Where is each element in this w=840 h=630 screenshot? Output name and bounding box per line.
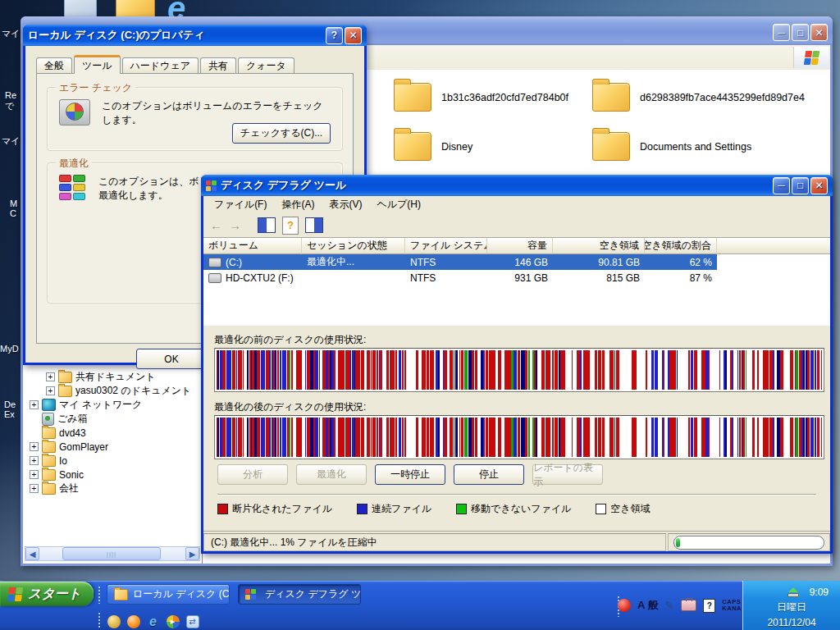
media-player-icon[interactable]: ▶ xyxy=(166,614,180,628)
ime-help-icon[interactable]: ? xyxy=(703,599,715,613)
defrag-titlebar[interactable]: ディスク デフラグ ツール ─ □ ✕ xyxy=(201,175,833,196)
ime-mode-indicator[interactable]: A 般 xyxy=(637,598,659,613)
legend-item: 移動できないファイル xyxy=(456,502,571,516)
tree-item-yasu0302 のドキュメント[interactable]: +yasu0302 のドキュメント xyxy=(23,384,202,398)
taskbar-task-0[interactable]: ローカル ディスク (C:) xyxy=(107,584,230,605)
analysis-view-icon[interactable] xyxy=(258,217,276,233)
ok-button[interactable]: OK xyxy=(136,349,207,369)
file-item[interactable]: Disney xyxy=(394,132,472,161)
volume-cell: 146 GB xyxy=(487,257,553,268)
start-button[interactable]: スタート xyxy=(0,582,94,606)
expand-icon[interactable]: + xyxy=(30,456,39,465)
volume-list-header: ボリュームセッションの状態ファイル システム容量空き領域空き領域の割合 xyxy=(203,238,830,254)
volume-row[interactable]: (C:)最適化中...NTFS146 GB90.81 GB62 % xyxy=(203,254,717,270)
expand-icon[interactable]: + xyxy=(30,470,39,479)
gom-player-icon[interactable] xyxy=(126,614,140,628)
expand-icon[interactable]: + xyxy=(30,400,39,409)
paint-icon[interactable] xyxy=(107,614,121,628)
scroll-left-icon[interactable]: ◀ xyxy=(25,547,39,560)
dialog-titlebar[interactable]: ローカル ディスク (C:)のプロパティ ? ✕ xyxy=(23,25,367,46)
volume-row[interactable]: HD-CXTU2 (F:)NTFS931 GB815 GB87 % xyxy=(203,270,717,285)
legend-item: 連続ファイル xyxy=(357,502,431,516)
legend-swatch xyxy=(217,504,228,514)
menu-item-2[interactable]: 表示(V) xyxy=(322,196,369,213)
windows-logo-icon xyxy=(793,47,829,68)
clock-day: 日曜日 xyxy=(743,598,840,614)
tree-item-マイ ネットワーク[interactable]: +マイ ネットワーク xyxy=(23,398,202,412)
divider xyxy=(217,494,816,495)
column-header[interactable]: セッションの状態 xyxy=(302,238,405,254)
column-header[interactable]: 空き領域 xyxy=(553,238,645,254)
tree-item-会社[interactable]: +会社 xyxy=(23,482,202,495)
desktop-icon-label: MyD xyxy=(0,344,19,354)
column-header[interactable]: ファイル システム xyxy=(405,238,487,254)
expand-icon[interactable]: + xyxy=(30,442,39,451)
scroll-right-icon[interactable]: ▶ xyxy=(185,547,199,560)
expand-icon[interactable]: + xyxy=(30,484,39,493)
desktop-icon-label: Ex xyxy=(4,409,15,419)
outlook-express-icon[interactable]: ⇄ xyxy=(185,614,199,628)
menu-item-1[interactable]: 操作(A) xyxy=(274,196,322,213)
tree-item-Io[interactable]: +Io xyxy=(23,454,202,468)
clock-area[interactable]: 9:09 日曜日 2011/12/04 xyxy=(742,581,840,630)
scrollbar-thumb[interactable]: |||| xyxy=(62,547,161,560)
column-header[interactable]: 容量 xyxy=(487,238,553,254)
view-report-icon[interactable]: ? xyxy=(282,217,299,235)
tab-ハードウェア[interactable]: ハードウェア xyxy=(122,57,199,74)
folder-icon xyxy=(58,386,72,397)
quicklaunch-grip[interactable] xyxy=(98,612,101,628)
desktop-icon-label: M xyxy=(10,199,17,208)
check-now-button[interactable]: チェックする(C)... xyxy=(232,123,331,144)
column-header[interactable]: 空き領域の割合 xyxy=(645,238,717,254)
tab-全般[interactable]: 全般 xyxy=(36,57,72,74)
group-caption: エラー チェック xyxy=(56,81,135,95)
expand-icon[interactable]: + xyxy=(46,386,55,395)
tree-item-共有ドキュメント[interactable]: +共有ドキュメント xyxy=(23,370,202,384)
group-caption: 最適化 xyxy=(56,157,92,171)
tab-ツール[interactable]: ツール xyxy=(74,55,121,74)
tree-item-dvd43[interactable]: dvd43 xyxy=(23,426,202,440)
tab-共有[interactable]: 共有 xyxy=(200,57,236,74)
volume-cell: 931 GB xyxy=(487,272,553,284)
volume-cell: NTFS xyxy=(405,257,487,268)
minimize-icon[interactable]: ─ xyxy=(773,24,790,41)
taskbar-grip[interactable] xyxy=(98,586,101,604)
desktop-icon-label: De xyxy=(4,399,16,409)
internet-explorer-icon[interactable]: e xyxy=(146,614,160,628)
back-icon[interactable]: ← xyxy=(210,219,222,231)
file-item[interactable]: d6298389fb7ace4435299efd89d7e4 xyxy=(592,83,805,112)
expand-icon[interactable]: + xyxy=(46,372,55,381)
tree-item-label: 共有ドキュメント xyxy=(75,370,156,384)
tree-item-Sonic[interactable]: +Sonic xyxy=(23,468,202,482)
help-icon[interactable]: ? xyxy=(326,27,343,44)
safely-remove-hardware-icon[interactable] xyxy=(787,587,800,598)
forward-icon[interactable]: → xyxy=(229,219,241,231)
tree-item-label: Sonic xyxy=(59,469,84,481)
disk-icon xyxy=(208,273,221,283)
tree-item-GomPlayer[interactable]: +GomPlayer xyxy=(23,440,202,454)
tree-item-ごみ箱[interactable]: ごみ箱 xyxy=(23,412,202,426)
minimize-icon[interactable]: ─ xyxy=(773,177,790,194)
file-item[interactable]: Documents and Settings xyxy=(592,132,751,161)
maximize-icon[interactable]: □ xyxy=(792,24,809,41)
ime-toolbox-icon[interactable] xyxy=(681,600,696,611)
close-icon[interactable]: ✕ xyxy=(810,24,828,41)
close-icon[interactable]: ✕ xyxy=(810,177,828,194)
tab-strip: 全般ツールハードウェア共有クォータ xyxy=(36,55,296,74)
tab-クォータ[interactable]: クォータ xyxy=(238,57,294,74)
column-header[interactable]: ボリューム xyxy=(203,238,302,254)
close-icon[interactable]: ✕ xyxy=(345,27,362,44)
taskbar-task-1[interactable]: ディスク デフラグ ツール xyxy=(238,584,361,605)
ime-pen-icon[interactable]: ✎ xyxy=(665,599,675,612)
maximize-icon[interactable]: □ xyxy=(792,177,809,194)
file-item[interactable]: 1b31c36adf20cfd7ed784b0f xyxy=(394,83,568,112)
tray-app-icon-red[interactable] xyxy=(618,599,631,612)
legend-swatch xyxy=(596,504,606,514)
menu-item-3[interactable]: ヘルプ(H) xyxy=(369,196,428,213)
horizontal-scrollbar[interactable]: ◀ |||| ▶ xyxy=(25,546,200,561)
button-停止[interactable]: 停止 xyxy=(454,464,524,485)
legend-label: 移動できないファイル xyxy=(471,502,571,516)
button-一時停止[interactable]: 一時停止 xyxy=(375,464,445,485)
defrag-view-icon[interactable] xyxy=(305,217,323,233)
menu-item-0[interactable]: ファイル(F) xyxy=(207,196,274,213)
